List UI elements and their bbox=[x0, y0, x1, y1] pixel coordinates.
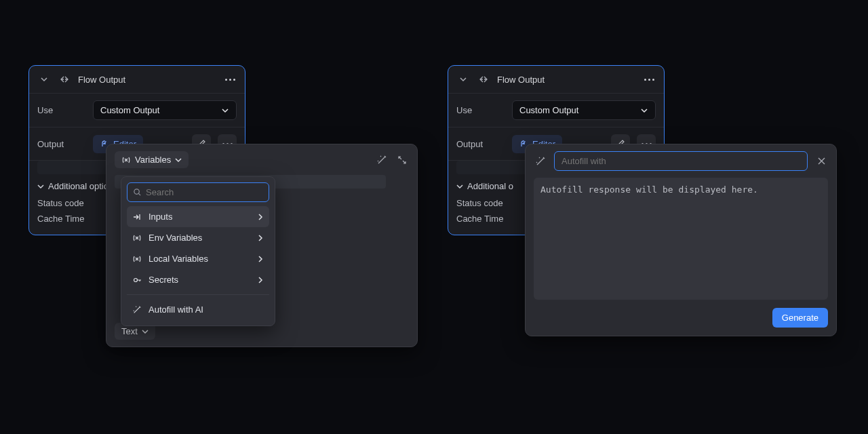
variables-menu: Inputs Env Variables Local Variables Sec… bbox=[121, 176, 275, 326]
generate-button-label: Generate bbox=[782, 313, 818, 323]
card-more-icon[interactable] bbox=[642, 73, 656, 86]
chevron-right-icon bbox=[257, 235, 264, 241]
chevron-down-icon bbox=[640, 106, 648, 115]
additional-options-label: Additional o bbox=[467, 181, 513, 191]
caret-down-icon bbox=[37, 183, 44, 190]
card-title: Flow Output bbox=[78, 75, 216, 85]
autofill-body: Autofill response will be displayed here… bbox=[526, 178, 836, 308]
chevron-down-icon bbox=[221, 106, 229, 115]
vars-item-label: Env Variables bbox=[149, 233, 250, 243]
use-select[interactable]: Custom Output bbox=[93, 100, 237, 120]
card-header: Flow Output bbox=[448, 66, 664, 94]
variable-x-icon bbox=[121, 155, 131, 165]
chevron-down-icon bbox=[142, 328, 149, 335]
use-row: Use Custom Output bbox=[29, 94, 245, 127]
autofill-input-wrapper[interactable] bbox=[554, 151, 808, 171]
svg-point-1 bbox=[134, 278, 138, 281]
chevron-right-icon bbox=[257, 214, 264, 220]
autofill-popover: Autofill response will be displayed here… bbox=[525, 144, 837, 336]
vars-item-autofill-ai[interactable]: Autofill with AI bbox=[127, 299, 269, 320]
collapse-icon[interactable] bbox=[37, 73, 51, 86]
menu-divider bbox=[127, 294, 269, 295]
output-label: Output bbox=[456, 139, 505, 149]
autofill-input[interactable] bbox=[561, 156, 800, 166]
use-select[interactable]: Custom Output bbox=[512, 100, 656, 120]
caret-down-icon bbox=[456, 183, 463, 190]
card-more-icon[interactable] bbox=[223, 73, 237, 86]
close-icon[interactable] bbox=[814, 155, 828, 168]
variable-x-icon bbox=[132, 254, 142, 264]
card-title: Flow Output bbox=[497, 75, 635, 85]
autofill-preview: Autofill response will be displayed here… bbox=[534, 178, 828, 300]
vars-item-label: Secrets bbox=[149, 275, 250, 285]
collapse-icon[interactable] bbox=[456, 73, 470, 86]
variables-dropdown[interactable]: Variables bbox=[115, 151, 189, 168]
vars-item-label: Local Variables bbox=[149, 254, 250, 264]
search-icon bbox=[133, 188, 142, 197]
flow-node-icon bbox=[58, 73, 71, 86]
chevron-right-icon bbox=[257, 277, 264, 283]
magic-wand-icon bbox=[534, 155, 547, 168]
autofill-preview-text: Autofill response will be displayed here… bbox=[540, 184, 758, 195]
chevron-right-icon bbox=[257, 256, 264, 262]
variable-x-icon bbox=[132, 233, 142, 243]
vars-item-env[interactable]: Env Variables bbox=[127, 227, 269, 248]
expand-icon[interactable] bbox=[395, 153, 409, 167]
variables-search-input[interactable] bbox=[146, 187, 263, 197]
editor-popover-header: Variables bbox=[106, 144, 417, 175]
use-row: Use Custom Output bbox=[448, 94, 664, 127]
magic-wand-icon bbox=[132, 305, 142, 315]
card-header: Flow Output bbox=[29, 66, 245, 94]
key-icon bbox=[132, 275, 142, 285]
vars-item-secrets[interactable]: Secrets bbox=[127, 269, 269, 290]
use-select-value: Custom Output bbox=[100, 105, 159, 115]
use-label: Use bbox=[37, 105, 86, 115]
svg-point-0 bbox=[134, 189, 139, 194]
vars-item-label: Inputs bbox=[149, 212, 250, 222]
generate-button[interactable]: Generate bbox=[772, 308, 828, 328]
input-arrow-icon bbox=[132, 212, 142, 222]
output-label: Output bbox=[37, 139, 86, 149]
autofill-header bbox=[526, 144, 836, 178]
variables-search[interactable] bbox=[127, 182, 269, 202]
vars-item-local[interactable]: Local Variables bbox=[127, 248, 269, 269]
magic-wand-icon[interactable] bbox=[375, 153, 389, 167]
use-label: Use bbox=[456, 105, 505, 115]
vars-item-label: Autofill with AI bbox=[149, 304, 264, 315]
autofill-footer: Generate bbox=[526, 308, 836, 336]
variables-dropdown-label: Variables bbox=[135, 155, 171, 165]
chevron-down-icon bbox=[175, 157, 182, 163]
use-select-value: Custom Output bbox=[519, 105, 578, 115]
output-type-label: Text bbox=[121, 326, 138, 336]
flow-node-icon bbox=[477, 73, 490, 86]
vars-item-inputs[interactable]: Inputs bbox=[127, 206, 269, 227]
